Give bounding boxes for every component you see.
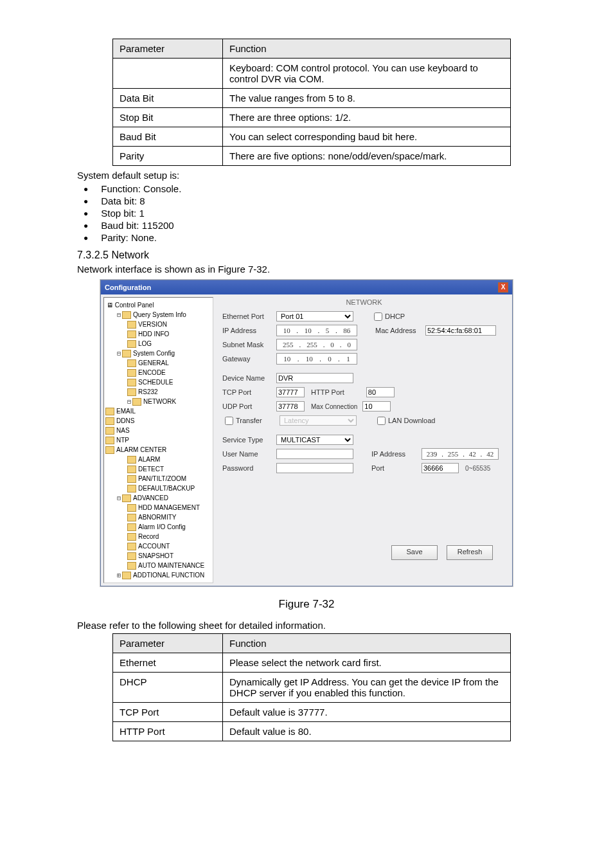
folder-icon: [127, 340, 136, 348]
bullet-item: Data bit: 8: [84, 195, 536, 206]
panel-title: NETWORK: [222, 298, 506, 306]
folder-icon: [127, 379, 136, 386]
max-connection-input[interactable]: [362, 401, 391, 411]
port-label: Port: [371, 464, 422, 472]
window-titlebar[interactable]: Configuration X: [101, 280, 512, 294]
tree-node[interactable]: RS232: [105, 387, 211, 397]
folder-icon: [127, 485, 136, 493]
col-parameter: Parameter: [113, 39, 223, 59]
transfer-label: Transfer: [236, 417, 280, 424]
tree-node[interactable]: HDD INFO: [105, 329, 211, 339]
tree-node[interactable]: ⊟Query System Info: [105, 310, 211, 320]
tree-node[interactable]: ENCODE: [105, 368, 211, 377]
tcp-port-label: TCP Port: [222, 388, 276, 396]
transfer-checkbox[interactable]: [225, 417, 233, 425]
folder-icon: [122, 572, 131, 579]
subnet-mask-label: Subnet Mask: [222, 341, 276, 348]
ip-address2-input[interactable]: 239. 255. 42. 42: [422, 448, 499, 460]
tree-node[interactable]: ACCOUNT: [105, 541, 211, 551]
tree-node[interactable]: SNAPSHOT: [105, 551, 211, 561]
network-form: NETWORK Ethernet Port Port 01 DHCP IP Ad…: [216, 294, 512, 586]
bullet-item: Stop bit: 1: [84, 208, 536, 219]
device-name-label: Device Name: [222, 374, 276, 382]
password-label: Password: [222, 464, 276, 472]
ethernet-port-select[interactable]: Port 01: [276, 311, 353, 321]
tree-node[interactable]: VERSION: [105, 320, 211, 329]
bullet-item: Baud bit: 115200: [84, 220, 536, 231]
tree-node[interactable]: ALARM CENTER: [105, 445, 211, 455]
tcp-port-input[interactable]: [276, 387, 305, 397]
tree-node[interactable]: DDNS: [105, 416, 211, 426]
udp-port-input[interactable]: [276, 401, 305, 411]
window-title: Configuration: [105, 284, 151, 291]
network-parameter-table: Parameter Function EthernetPlease select…: [112, 633, 511, 741]
port-input[interactable]: [422, 463, 459, 473]
max-connection-label: Max Connection: [311, 403, 357, 410]
default-setup-text: System default setup is:: [77, 170, 536, 181]
tree-node[interactable]: LOG: [105, 339, 211, 348]
service-type-select[interactable]: MULTICAST: [276, 435, 353, 445]
tree-node[interactable]: ⊞ADDTIONAL FUNCTION: [105, 570, 211, 580]
folder-icon: [127, 533, 136, 541]
subnet-mask-input[interactable]: 255. 255. 0. 0: [276, 339, 357, 350]
tree-node[interactable]: ALARM: [105, 455, 211, 464]
table-row: Stop BitThere are three options: 1/2.: [113, 108, 511, 127]
gateway-label: Gateway: [222, 355, 276, 363]
folder-icon: [105, 446, 114, 454]
folder-icon: [105, 408, 114, 415]
password-input[interactable]: [276, 463, 353, 473]
bullet-item: Function: Console.: [84, 183, 536, 194]
tree-node[interactable]: HDD MANAGEMENT: [105, 503, 211, 512]
table-row: DHCPDynamically get IP Address. You can …: [113, 673, 511, 703]
udp-port-label: UDP Port: [222, 402, 276, 410]
dhcp-checkbox[interactable]: [374, 312, 382, 321]
gateway-input[interactable]: 10. 10. 0. 1: [276, 353, 357, 365]
folder-icon: [127, 514, 136, 521]
folder-icon: [105, 417, 114, 425]
folder-icon: [127, 388, 136, 396]
ip-address-label: IP Address: [222, 327, 276, 334]
col-function: Function: [223, 39, 511, 59]
table-row: Data BitThe value ranges from 5 to 8.: [113, 89, 511, 108]
tree-root[interactable]: 🖥 Control Panel: [105, 300, 211, 310]
tree-node[interactable]: SCHEDULE: [105, 377, 211, 387]
tree-node[interactable]: ⊟NETWORK: [105, 397, 211, 406]
tree-node[interactable]: Record: [105, 532, 211, 541]
ip-address-input[interactable]: 10. 10. 5. 86: [276, 325, 357, 336]
folder-icon: [127, 330, 136, 338]
folder-icon: [132, 398, 141, 406]
table-row: ParityThere are five options: none/odd/e…: [113, 147, 511, 166]
folder-icon: [127, 543, 136, 550]
save-button[interactable]: Save: [391, 545, 438, 560]
mac-address-input[interactable]: [425, 325, 496, 336]
tree-node[interactable]: GENERAL: [105, 358, 211, 368]
tree-node[interactable]: NTP: [105, 435, 211, 445]
dhcp-label: DHCP: [385, 312, 405, 320]
nav-tree[interactable]: 🖥 Control Panel ⊟Query System InfoVERSIO…: [103, 297, 213, 583]
lan-download-label: LAN Download: [388, 417, 435, 424]
ethernet-port-label: Ethernet Port: [222, 312, 276, 320]
tree-node[interactable]: DEFAULT/BACKUP: [105, 484, 211, 493]
user-name-label: User Name: [222, 450, 276, 458]
tree-node[interactable]: Alarm I/O Config: [105, 522, 211, 532]
tree-node[interactable]: PAN/TILT/ZOOM: [105, 474, 211, 484]
tree-node[interactable]: AUTO MAINTENANCE: [105, 561, 211, 570]
tree-node[interactable]: NAS: [105, 426, 211, 435]
user-name-input[interactable]: [276, 449, 353, 459]
folder-icon: [127, 321, 136, 329]
latency-select: Latency: [280, 415, 357, 426]
tree-node[interactable]: EMAIL: [105, 406, 211, 416]
default-setup-list: Function: Console. Data bit: 8 Stop bit:…: [84, 183, 536, 243]
refresh-button[interactable]: Refresh: [447, 545, 493, 560]
close-icon[interactable]: X: [498, 282, 508, 293]
mac-address-label: Mac Address: [375, 327, 425, 334]
tree-node[interactable]: ABNORMITY: [105, 512, 211, 522]
http-port-input[interactable]: [366, 387, 395, 397]
http-port-label: HTTP Port: [311, 388, 344, 396]
tree-node[interactable]: DETECT: [105, 464, 211, 474]
device-name-input[interactable]: [276, 373, 353, 383]
tree-node[interactable]: ⊟System Config: [105, 348, 211, 358]
tree-node[interactable]: ⊟ADVANCED: [105, 493, 211, 503]
lan-download-checkbox[interactable]: [377, 417, 386, 425]
table-row: TCP PortDefault value is 37777.: [113, 703, 511, 722]
